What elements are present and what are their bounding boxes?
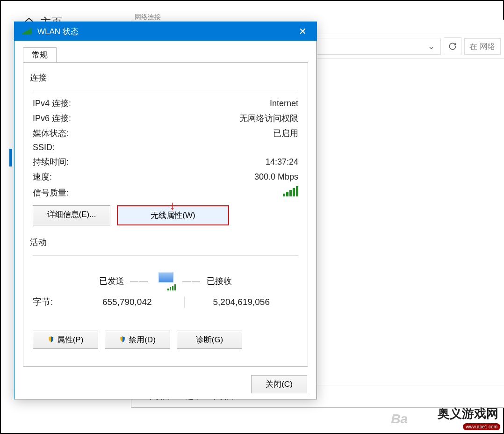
speed-value: 300.0 Mbps [98,172,298,182]
diagnose-button[interactable]: 诊断(G) [177,331,242,349]
dialog-title: WLAN 状态 [37,26,79,37]
dialog-titlebar[interactable]: WLAN 状态 ✕ [14,22,317,41]
bytes-label: 字节: [33,296,70,308]
bytes-sent: 655,790,042 [70,297,184,307]
site-url: www.aoe1.com [463,423,500,430]
recv-label: 已接收 [207,275,298,287]
wifi-icon [22,28,32,34]
section-activity: 活动 [30,237,298,248]
ipv6-value: 无网络访问权限 [98,113,298,124]
annotation-arrow-icon: ↓ [169,198,175,213]
wlan-status-dialog: WLAN 状态 ✕ 常规 连接 IPv4 连接:Internet IPv6 连接… [14,22,317,399]
ipv4-value: Internet [98,99,298,108]
close-button[interactable]: ✕ [293,26,312,37]
section-connection: 连接 [30,72,298,83]
ipv6-label: IPv6 连接: [33,113,98,124]
dash-icon: —— [130,276,149,286]
bytes-recv: 5,204,619,056 [185,297,299,307]
close-dialog-button[interactable]: 关闭(C) [251,375,307,393]
sent-label: 已发送 [33,275,124,287]
ssid-label: SSID: [33,143,98,152]
duration-value: 14:37:24 [98,157,298,167]
speed-label: 速度: [33,171,98,182]
refresh-icon [448,42,457,51]
media-value: 已启用 [98,128,298,139]
computer-icon [154,272,177,290]
baidu-watermark: Ba [391,412,408,427]
shield-icon [48,336,54,342]
chevron-down-icon[interactable]: ⌄ [426,41,436,51]
properties-button[interactable]: 属性(P) [33,331,98,349]
signal-bars-icon [283,186,298,196]
refresh-button[interactable] [444,37,461,55]
disable-button[interactable]: 禁用(D) [105,331,170,349]
tab-general[interactable]: 常规 [23,47,57,63]
background-window: 主页 网络连接 rnet › 网络连接 ⌄ 在 网络 诊断这个连接 重命名此连接… [0,0,504,434]
details-button[interactable]: 详细信息(E)... [33,205,110,225]
signal-label: 信号质量: [33,187,98,198]
site-brand: 奥义游戏网 [438,405,498,422]
dash-icon: —— [182,276,201,286]
shield-icon [119,336,126,342]
sidebar-selection-indicator [9,149,12,166]
duration-label: 持续时间: [33,156,98,167]
ipv4-label: IPv4 连接: [33,98,98,109]
media-label: 媒体状态: [33,128,98,139]
search-input[interactable]: 在 网络 [464,38,501,55]
signal-value [98,186,298,199]
